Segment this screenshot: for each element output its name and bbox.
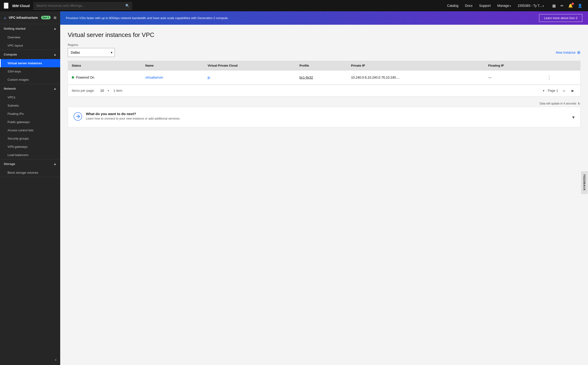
items-per-page-select[interactable]: 5 10 20 50: [98, 87, 111, 94]
sidebar-item-vpn-gateways[interactable]: VPN gateways: [0, 143, 60, 151]
update-notice-text: Data will update in 4 seconds: [540, 102, 576, 105]
new-instance-button[interactable]: New instance ⊕: [556, 50, 581, 55]
region-select[interactable]: Dallas London Frankfurt Tokyo Sydney: [68, 48, 115, 57]
brand-logo: IBM Cloud: [12, 4, 30, 8]
items-per-page-select-wrapper[interactable]: 5 10 20 50: [98, 87, 111, 94]
update-notice: Data will update in 4 seconds ↻: [68, 100, 581, 107]
notification-icon-button[interactable]: 🔔: [566, 2, 575, 10]
row-overflow-menu-button[interactable]: ⋮: [545, 74, 553, 81]
sidebar-item-subnets[interactable]: Subnets: [0, 101, 60, 110]
nav-links: Catalog Docs Support Manage 1555365 - Ty…: [444, 2, 546, 9]
sidebar-item-security-groups[interactable]: Security groups: [0, 134, 60, 143]
sidebar-section-getting-started: Getting started ▲ Overview VPC layout: [0, 24, 60, 50]
instances-table-container: Status Name Virtual Private Cloud Profil…: [68, 61, 581, 97]
sidebar-section-compute: Compute ▲ Virtual server instances SSH k…: [0, 50, 60, 84]
col-profile: Profile: [296, 61, 347, 70]
search-bar[interactable]: 🔍: [33, 2, 132, 10]
sidebar-item-access-control-lists[interactable]: Access control lists: [0, 126, 60, 134]
sidebar-item-ssh-keys[interactable]: SSH keys: [0, 67, 60, 76]
sidebar-item-vpcs[interactable]: VPCs: [0, 93, 60, 101]
sidebar-item-virtual-server-instances[interactable]: Virtual server instances: [0, 59, 60, 67]
top-navigation: ☰ IBM Cloud 🔍 Catalog Docs Support Manag…: [0, 0, 588, 11]
cell-private-ip: 10.240.0.6,10.240.0.76,10.240....: [347, 70, 484, 85]
status-text: Powered On: [76, 76, 94, 79]
region-select-wrapper[interactable]: Dallas London Frankfurt Tokyo Sydney: [68, 48, 115, 57]
vpc-icon: ⟁: [4, 15, 6, 20]
page-dropdown-button[interactable]: ▾: [541, 88, 546, 94]
sidebar-section-header-getting-started[interactable]: Getting started ▲: [0, 24, 60, 33]
gen-badge: Gen 1: [41, 16, 51, 19]
sidebar-header: ⟁ VPC Infrastructure Gen 1 ⊞: [0, 11, 60, 24]
nav-docs[interactable]: Docs: [462, 2, 475, 9]
plus-icon: ⊕: [577, 50, 581, 55]
chevron-up-icon-storage: ▲: [53, 162, 56, 166]
main-layout: ⟁ VPC Infrastructure Gen 1 ⊞ Getting sta…: [0, 11, 588, 365]
page-title: Virtual server instances for VPC: [68, 31, 581, 39]
nav-account[interactable]: 1555365 - Ty T...: [515, 2, 546, 9]
sidebar-section-header-network[interactable]: Network ▲: [0, 84, 60, 93]
cell-floating-ip: —: [484, 70, 541, 85]
page-label: Page 1: [548, 89, 558, 92]
col-vpc: Virtual Private Cloud: [204, 61, 296, 70]
promo-banner: Provision VSIs faster with up to 80Gbps …: [60, 11, 588, 25]
svg-text:✦: ✦: [77, 115, 79, 118]
sidebar-item-floating-ips[interactable]: Floating IPs: [0, 110, 60, 118]
chevron-up-icon-compute: ▲: [53, 53, 56, 56]
search-input[interactable]: [36, 4, 124, 7]
page-content: Virtual server instances for VPC Regions…: [60, 25, 588, 365]
sidebar-section-storage: Storage ▲ Block storage volumes: [0, 159, 60, 177]
what-next-icon: ✦: [74, 112, 82, 122]
promo-message: Provision VSIs faster with up to 80Gbps …: [66, 16, 535, 20]
nav-manage[interactable]: Manage: [494, 2, 514, 9]
what-next-description: Learn how to connect to your new instanc…: [86, 117, 568, 120]
refresh-icon[interactable]: ↻: [578, 102, 581, 105]
nav-icons: ▦ ✏ 🔔 👤: [550, 2, 584, 10]
content-area: Provision VSIs faster with up to 80Gbps …: [60, 11, 588, 365]
prev-page-button[interactable]: ◀: [560, 87, 567, 94]
sidebar-item-load-balancers[interactable]: Load balancers: [0, 151, 60, 159]
search-icon: 🔍: [125, 4, 129, 7]
regions-row: Regions Dallas London Frankfurt Tokyo Sy…: [68, 43, 581, 57]
what-next-chevron-icon[interactable]: ▾: [572, 114, 574, 120]
regions-select-row: Dallas London Frankfurt Tokyo Sydney New…: [68, 48, 581, 57]
profile-link[interactable]: bc1-8x32: [299, 76, 313, 79]
sidebar: ⟁ VPC Infrastructure Gen 1 ⊞ Getting sta…: [0, 11, 60, 365]
sidebar-section-network: Network ▲ VPCs Subnets Floating IPs Publ…: [0, 84, 60, 159]
learn-more-button[interactable]: Learn more about Gen 2: [539, 14, 582, 22]
sidebar-title: VPC Infrastructure: [9, 16, 38, 20]
what-next-content: What do you want to do next? Learn how t…: [86, 112, 568, 120]
next-page-button[interactable]: ▶: [569, 87, 576, 94]
cell-profile: bc1-8x32: [296, 70, 347, 85]
brand-ibm: IBM Cloud: [12, 4, 30, 8]
edit-icon-button[interactable]: ✏: [559, 2, 565, 10]
items-count: 1 item: [113, 89, 122, 92]
sidebar-item-overview[interactable]: Overview: [0, 33, 60, 42]
items-per-page-label: Items per page:: [72, 89, 95, 92]
sidebar-item-block-storage-volumes[interactable]: Block storage volumes: [0, 168, 60, 177]
cell-vpc: jp: [204, 70, 296, 85]
instance-name-link[interactable]: virtualserver: [145, 76, 163, 79]
hamburger-menu-button[interactable]: ☰: [4, 3, 8, 9]
cell-overflow: ⋮: [541, 70, 580, 85]
grid-icon[interactable]: ⊞: [54, 16, 56, 20]
sidebar-section-header-storage[interactable]: Storage ▲: [0, 159, 60, 168]
user-icon-button[interactable]: 👤: [576, 2, 584, 10]
instances-table: Status Name Virtual Private Cloud Profil…: [68, 61, 580, 85]
nav-catalog[interactable]: Catalog: [444, 2, 461, 9]
col-floating-ip: Floating IP: [484, 61, 541, 70]
what-next-title: What do you want to do next?: [86, 112, 568, 116]
feedback-tab[interactable]: FEEDBACK: [581, 171, 587, 194]
cell-status: Powered On: [68, 70, 142, 85]
col-name: Name: [142, 61, 204, 70]
page-info: ▾ Page 1 ◀ ▶: [541, 87, 576, 94]
col-status: Status: [68, 61, 142, 70]
vpc-link[interactable]: jp: [208, 76, 210, 79]
sidebar-item-vpc-layout[interactable]: VPC layout: [0, 42, 60, 50]
sidebar-section-header-compute[interactable]: Compute ▲: [0, 50, 60, 59]
sidebar-item-custom-images[interactable]: Custom images: [0, 76, 60, 84]
sidebar-collapse-button[interactable]: ‹: [0, 354, 60, 365]
col-private-ip: Private IP: [347, 61, 484, 70]
nav-support[interactable]: Support: [476, 2, 493, 9]
sidebar-item-public-gateways[interactable]: Public gateways: [0, 118, 60, 126]
calendar-icon-button[interactable]: ▦: [550, 2, 558, 10]
